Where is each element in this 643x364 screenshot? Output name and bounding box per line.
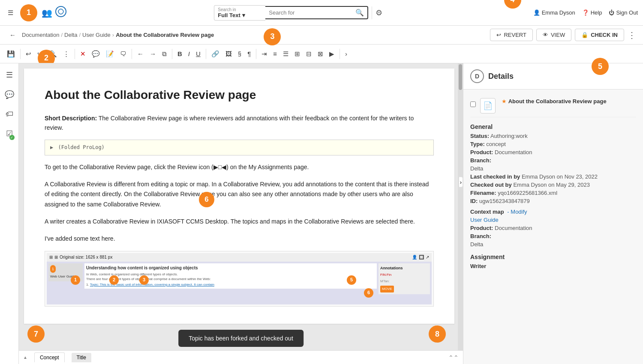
section-button[interactable]: §	[235, 48, 244, 59]
user-profile-button[interactable]: 👤 Emma Dyson	[533, 9, 575, 16]
modify-link[interactable]: - Modify	[507, 209, 527, 215]
breadcrumb-actions: ↩ REVERT 👁 VIEW 🔒 CHECK IN ⋮	[490, 29, 636, 41]
editor-toolbar: 2 💾 ↩ ↪ 🔍 ⋮ ✕ 💬 📝 🗨 ← → ⧉ B I U 🔗 🖼 § ¶ …	[0, 45, 643, 63]
table-button[interactable]: ⊞	[292, 48, 303, 60]
status-value: Authoring:work	[490, 133, 528, 139]
signout-label: Sign Out	[616, 9, 638, 16]
ss-sidebar: Annotations FIN:Fin MTan: MOVE	[379, 263, 430, 295]
help-label: Help	[591, 9, 602, 16]
editor-title: About the Collaborative Review page	[45, 86, 434, 105]
save-button[interactable]: 💾	[4, 48, 18, 60]
last-checked-in-value: Emma Dyson on Nov 23, 2022	[522, 173, 598, 180]
breadcrumb-part-2[interactable]: Delta	[64, 32, 77, 38]
italic-button[interactable]: I	[186, 48, 192, 59]
filter-icon[interactable]: ⚙	[376, 8, 382, 18]
ccms-logo-icon[interactable]	[55, 6, 67, 20]
more2-button[interactable]: ⊟	[303, 48, 314, 60]
user-guide-link[interactable]: User Guide	[470, 217, 499, 223]
toolbar-sep-2	[75, 49, 75, 59]
details-item-row: 📄 ★ About the Collaborative Review page	[470, 95, 636, 117]
status-field: Status: Authoring:work	[470, 133, 636, 139]
tab-title[interactable]: Title	[72, 353, 91, 362]
paragraph-mark-button[interactable]: ¶	[245, 48, 253, 59]
filename-value: yqo1669225681366.xml	[498, 190, 557, 196]
folded-prolog[interactable]: ▶ (Folded ProLog)	[45, 140, 434, 155]
fold-toggle-icon[interactable]: ▶	[50, 144, 53, 150]
editor-scrollbar[interactable]	[458, 63, 463, 364]
general-section-title: General	[470, 123, 636, 130]
content-tree-icon[interactable]: ☰	[4, 69, 15, 81]
image-button[interactable]: 🖼	[223, 48, 234, 59]
writer-label: Writer	[470, 263, 486, 269]
back-button[interactable]: ←	[7, 30, 18, 40]
collapse-button[interactable]: ▶	[327, 48, 337, 60]
assignment-section-title: Assignment	[470, 254, 636, 260]
messages-icon[interactable]: 💬	[3, 88, 16, 101]
view-button[interactable]: 👁 VIEW	[536, 29, 571, 41]
revert-button[interactable]: ↩ REVERT	[490, 29, 533, 41]
nav-right-button[interactable]: →	[147, 48, 159, 59]
toast-notification: Topic has been forked and checked out	[178, 330, 303, 347]
help-button[interactable]: ❓ Help	[582, 9, 602, 16]
editor-content[interactable]: About the Collaborative Review page Shor…	[24, 69, 454, 324]
underline-button[interactable]: U	[193, 48, 203, 59]
signout-button[interactable]: ⏻ Sign Out	[609, 9, 638, 16]
numbered-badge-7: 7	[27, 325, 45, 343]
type-value: concept	[486, 141, 506, 147]
details-panel-body: 📄 ★ About the Collaborative Review page …	[463, 90, 643, 364]
annotation-button[interactable]: 🗨	[117, 48, 129, 59]
search-type-selector[interactable]: Search in Full Text ▾	[214, 5, 265, 21]
ordered-list-button[interactable]: ≡	[270, 48, 279, 59]
tab-concept[interactable]: Concept	[34, 352, 65, 362]
branch2-value-field: Delta	[470, 241, 636, 248]
more-toolbar-button[interactable]: ⋮	[60, 48, 72, 60]
breadcrumb-sep-2: /	[79, 32, 81, 38]
unordered-list-button[interactable]: ☰	[280, 48, 291, 60]
expand-button[interactable]: ⊠	[315, 48, 326, 60]
branch2-value: Delta	[470, 241, 483, 248]
breadcrumb-part-3[interactable]: User Guide	[82, 32, 111, 38]
hamburger-menu[interactable]: ☰	[5, 7, 16, 18]
comment-button[interactable]: 💬	[89, 48, 102, 60]
screenshot-body: 1 Web User Guide Understanding how conte…	[47, 262, 432, 304]
checkin-button[interactable]: 🔒 CHECK IN	[575, 29, 624, 41]
delete-button[interactable]: ✕	[78, 48, 88, 60]
item-checkbox[interactable]	[470, 101, 476, 107]
user-icon: 👤	[533, 9, 540, 16]
writer-field: Writer	[470, 263, 636, 269]
users-icon[interactable]: 👥	[42, 8, 52, 18]
screenshot-caption: Original size: 1626 x 881 px	[60, 254, 410, 261]
search-icon[interactable]: 🔍	[355, 9, 364, 17]
collapse-bar-button[interactable]: ⌃⌃	[448, 354, 459, 361]
tags-icon[interactable]: 🏷	[4, 108, 15, 120]
product-field: Product: Documentation	[470, 149, 636, 155]
copy-button[interactable]: ⧉	[159, 48, 169, 60]
note-button[interactable]: 📝	[103, 48, 117, 60]
context-map-field: Context map - Modify	[470, 209, 636, 215]
nav-left-button[interactable]: ←	[135, 48, 146, 59]
undo-button[interactable]: ↩	[23, 48, 34, 60]
branch-value: Delta	[470, 165, 483, 172]
nav-icons: 👥	[42, 6, 67, 20]
next-toolbar[interactable]: ›	[343, 48, 350, 59]
scrollbar-thumb[interactable]	[459, 64, 462, 90]
scroll-up-button[interactable]: ▲	[23, 355, 27, 360]
link-button[interactable]: 🔗	[209, 48, 222, 60]
product-label: Product:	[470, 149, 493, 155]
revert-icon: ↩	[496, 32, 501, 38]
indent-button[interactable]: ⇥	[259, 48, 270, 60]
bold-button[interactable]: B	[175, 48, 185, 59]
checklist-icon[interactable]: ☑ ✓	[4, 127, 15, 140]
more-options-button[interactable]: ⋮	[628, 30, 636, 40]
ss-main-content: Understanding how content is organized u…	[84, 263, 377, 289]
paragraph-2: A Collaborative Review is different from…	[45, 179, 434, 210]
item-info: ★ About the Collaborative Review page	[500, 98, 607, 104]
search-type-value: Full Text	[218, 12, 240, 18]
power-icon: ⏻	[609, 9, 614, 16]
context-map-label: Context map	[470, 209, 504, 215]
search-input[interactable]	[269, 9, 354, 16]
toolbar-sep-6	[256, 49, 256, 59]
breadcrumb-part-1[interactable]: Documentation	[22, 32, 59, 38]
ss-badge-1: 1	[71, 275, 80, 285]
search-in-label: Search in	[218, 7, 262, 12]
